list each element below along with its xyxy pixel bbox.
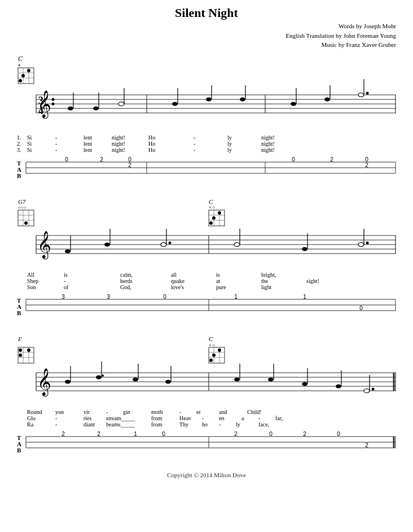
svg-text:C: C bbox=[209, 335, 213, 342]
svg-text:B: B bbox=[17, 172, 21, 179]
svg-point-35 bbox=[240, 97, 245, 101]
lyric-word: Son bbox=[27, 284, 64, 290]
lyric-word: ries bbox=[84, 415, 106, 421]
svg-point-69 bbox=[24, 221, 28, 225]
svg-text:𝄞: 𝄞 bbox=[37, 90, 51, 119]
svg-point-7 bbox=[27, 69, 30, 72]
lyric-word: lent bbox=[84, 147, 112, 153]
svg-point-100 bbox=[358, 242, 364, 246]
lyric-word: from bbox=[151, 415, 179, 421]
svg-text:× ○: × ○ bbox=[209, 205, 216, 210]
lyric-word: moth bbox=[151, 409, 179, 415]
lyric-word: ly bbox=[227, 147, 261, 153]
svg-point-136 bbox=[209, 359, 213, 362]
svg-text:3: 3 bbox=[107, 294, 110, 300]
svg-text:C: C bbox=[18, 55, 23, 63]
lyric-word: yon bbox=[55, 409, 84, 415]
svg-point-79 bbox=[209, 221, 213, 225]
staff-section-2: G7 ○○○ C × ○ 𝄞 bbox=[17, 197, 396, 323]
svg-point-98 bbox=[302, 247, 307, 251]
svg-text:2: 2 bbox=[97, 431, 100, 437]
lyric-word: of bbox=[64, 284, 120, 290]
lyric-word bbox=[17, 415, 27, 421]
tab-section1: T A B 0 2 0 0 2 0 2 2 bbox=[17, 156, 396, 186]
svg-text:0: 0 bbox=[359, 305, 363, 311]
lyric-word: bright, bbox=[261, 272, 306, 278]
tab-section3: T A B 2 2 1 0 2 0 2 0 2 bbox=[17, 431, 396, 460]
lyric-word: - bbox=[55, 415, 84, 421]
lyric-word: Si bbox=[27, 134, 55, 141]
svg-point-37 bbox=[291, 102, 296, 106]
lyric-word: a bbox=[241, 415, 258, 421]
lyric-word: night! bbox=[261, 147, 295, 153]
lyric-word: - bbox=[202, 415, 219, 421]
lyric-word: Heav bbox=[179, 415, 202, 421]
svg-point-33 bbox=[206, 97, 212, 101]
lyric-word: - bbox=[55, 141, 84, 147]
svg-point-31 bbox=[172, 102, 178, 106]
attribution-line3: Music by Franz Xaver Gruber bbox=[17, 40, 396, 50]
svg-text:2: 2 bbox=[365, 442, 368, 448]
lyric-word: stream_____ bbox=[106, 415, 151, 421]
notation-section2: G7 ○○○ C × ○ 𝄞 bbox=[17, 197, 396, 271]
lyric-word: - bbox=[258, 415, 275, 421]
svg-point-156 bbox=[234, 377, 240, 381]
svg-point-20 bbox=[52, 102, 55, 105]
svg-text:0: 0 bbox=[337, 431, 340, 437]
svg-point-135 bbox=[212, 354, 216, 357]
svg-point-93 bbox=[161, 242, 166, 246]
svg-point-43 bbox=[366, 91, 369, 94]
svg-text:F: F bbox=[17, 335, 22, 342]
svg-text:0: 0 bbox=[162, 431, 165, 437]
lyric-word: herds bbox=[120, 278, 171, 284]
lyric-word: Glo bbox=[27, 415, 55, 421]
svg-point-134 bbox=[218, 348, 221, 352]
svg-point-126 bbox=[27, 348, 30, 352]
svg-text:B: B bbox=[17, 309, 21, 316]
page: Silent Night Words by Joseph Mohr Englis… bbox=[0, 0, 413, 490]
svg-point-147 bbox=[65, 380, 71, 383]
svg-text:2: 2 bbox=[303, 431, 306, 437]
lyric-word: night! bbox=[112, 141, 148, 147]
lyric-word: Round bbox=[27, 409, 55, 415]
lyric-word: Ho bbox=[148, 141, 194, 147]
lyric-word: en bbox=[219, 415, 241, 421]
lyric-word: Thy bbox=[179, 421, 202, 428]
lyric-word: sight! bbox=[306, 278, 352, 284]
svg-text:𝄞: 𝄞 bbox=[37, 231, 51, 260]
svg-point-41 bbox=[358, 93, 364, 97]
lyric-word: - bbox=[219, 421, 236, 428]
lyric-word: and bbox=[219, 409, 247, 415]
copyright: Copyright © 2014 Milton Dove bbox=[17, 472, 396, 478]
svg-text:1: 1 bbox=[303, 294, 306, 300]
lyric-word: ly bbox=[227, 141, 261, 147]
lyric-word: beams_____ bbox=[106, 421, 151, 428]
lyric-word: Si bbox=[27, 147, 55, 153]
lyric-word: night! bbox=[261, 141, 295, 147]
lyric-word: - bbox=[179, 409, 196, 415]
svg-point-162 bbox=[336, 384, 341, 388]
svg-text:3: 3 bbox=[61, 294, 65, 300]
lyric-word: the bbox=[261, 278, 306, 284]
lyric-word: is bbox=[216, 272, 261, 278]
lyric-num-2: 2. bbox=[17, 141, 27, 147]
lyric-word: night! bbox=[112, 147, 148, 153]
lyric-word: is bbox=[64, 272, 120, 278]
svg-point-96 bbox=[234, 242, 240, 246]
lyric-word: ly bbox=[236, 421, 258, 428]
lyric-word: night! bbox=[261, 134, 295, 141]
svg-point-102 bbox=[366, 241, 369, 244]
lyric-word: quake bbox=[171, 278, 216, 284]
notation-section3: F C × ○ 𝄞 bbox=[17, 334, 396, 408]
lyric-word: God, bbox=[120, 284, 171, 290]
notation-section1: C × × 3 4 𝄞 bbox=[17, 54, 396, 133]
svg-text:0: 0 bbox=[65, 156, 68, 163]
lyric-word: from bbox=[151, 421, 179, 428]
svg-text:×: × bbox=[18, 63, 21, 68]
svg-point-19 bbox=[52, 98, 55, 101]
svg-text:2: 2 bbox=[128, 162, 131, 168]
svg-point-149 bbox=[96, 375, 102, 379]
attribution: Words by Joseph Mohr English Translation… bbox=[17, 21, 396, 50]
svg-text:2: 2 bbox=[61, 431, 65, 437]
lyric-word: - bbox=[55, 147, 84, 153]
